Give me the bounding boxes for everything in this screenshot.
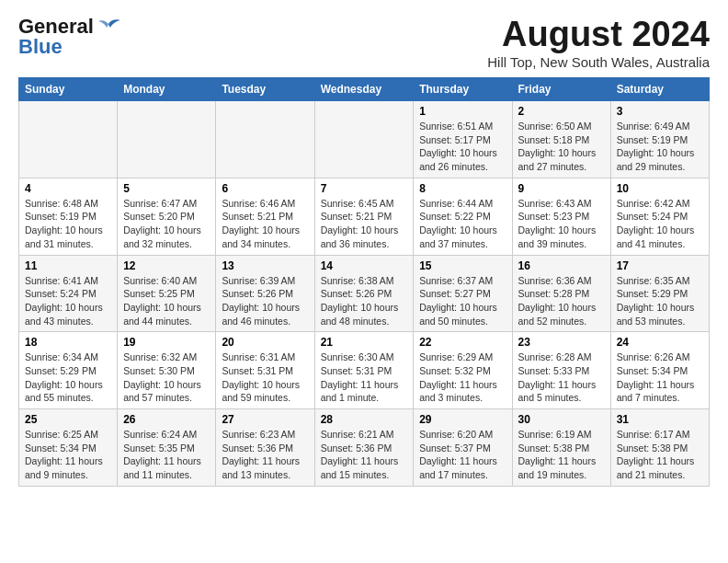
table-row: 4Sunrise: 6:48 AMSunset: 5:19 PMDaylight… <box>19 178 118 255</box>
day-number: 26 <box>123 413 210 426</box>
day-number: 13 <box>222 259 308 272</box>
table-row: 11Sunrise: 6:41 AMSunset: 5:24 PMDayligh… <box>19 255 118 332</box>
day-number: 31 <box>617 413 703 426</box>
day-info: Sunrise: 6:19 AMSunset: 5:38 PMDaylight:… <box>518 428 605 482</box>
title-section: August 2024 Hill Top, New South Wales, A… <box>487 15 710 70</box>
calendar-title: August 2024 <box>487 15 710 54</box>
day-info: Sunrise: 6:37 AMSunset: 5:27 PMDaylight:… <box>419 274 506 328</box>
logo-bird-icon <box>96 17 121 35</box>
day-number: 9 <box>518 182 605 195</box>
table-row: 9Sunrise: 6:43 AMSunset: 5:23 PMDaylight… <box>512 178 610 255</box>
day-info: Sunrise: 6:17 AMSunset: 5:38 PMDaylight:… <box>617 428 703 482</box>
header-monday: Monday <box>118 78 216 101</box>
day-number: 15 <box>419 259 506 272</box>
table-row <box>19 101 118 178</box>
day-number: 14 <box>321 259 408 272</box>
day-info: Sunrise: 6:46 AMSunset: 5:21 PMDaylight:… <box>222 197 308 251</box>
table-row: 27Sunrise: 6:23 AMSunset: 5:36 PMDayligh… <box>216 409 314 487</box>
table-row: 12Sunrise: 6:40 AMSunset: 5:25 PMDayligh… <box>118 255 216 332</box>
day-info: Sunrise: 6:26 AMSunset: 5:34 PMDaylight:… <box>617 350 703 405</box>
header-tuesday: Tuesday <box>216 78 314 101</box>
day-info: Sunrise: 6:23 AMSunset: 5:36 PMDaylight:… <box>222 428 308 482</box>
table-row: 8Sunrise: 6:44 AMSunset: 5:22 PMDaylight… <box>414 178 512 255</box>
day-info: Sunrise: 6:31 AMSunset: 5:31 PMDaylight:… <box>222 350 308 405</box>
day-info: Sunrise: 6:20 AMSunset: 5:37 PMDaylight:… <box>419 428 506 482</box>
day-info: Sunrise: 6:41 AMSunset: 5:24 PMDaylight:… <box>25 274 111 328</box>
day-info: Sunrise: 6:36 AMSunset: 5:28 PMDaylight:… <box>518 274 605 328</box>
table-row: 23Sunrise: 6:28 AMSunset: 5:33 PMDayligh… <box>512 332 610 409</box>
day-number: 2 <box>518 105 605 118</box>
day-info: Sunrise: 6:45 AMSunset: 5:21 PMDaylight:… <box>321 197 408 251</box>
day-info: Sunrise: 6:43 AMSunset: 5:23 PMDaylight:… <box>518 197 605 251</box>
day-info: Sunrise: 6:48 AMSunset: 5:19 PMDaylight:… <box>25 197 111 251</box>
day-info: Sunrise: 6:35 AMSunset: 5:29 PMDaylight:… <box>617 274 703 328</box>
table-row: 28Sunrise: 6:21 AMSunset: 5:36 PMDayligh… <box>314 409 414 487</box>
calendar-week-row: 1Sunrise: 6:51 AMSunset: 5:17 PMDaylight… <box>19 101 710 178</box>
table-row: 5Sunrise: 6:47 AMSunset: 5:20 PMDaylight… <box>118 178 216 255</box>
day-number: 29 <box>419 413 506 426</box>
table-row <box>216 101 314 178</box>
table-row: 31Sunrise: 6:17 AMSunset: 5:38 PMDayligh… <box>610 409 709 487</box>
day-number: 17 <box>617 259 703 272</box>
day-number: 3 <box>617 105 703 118</box>
table-row: 24Sunrise: 6:26 AMSunset: 5:34 PMDayligh… <box>610 332 709 409</box>
table-row: 21Sunrise: 6:30 AMSunset: 5:31 PMDayligh… <box>314 332 414 409</box>
day-number: 16 <box>518 259 605 272</box>
table-row: 16Sunrise: 6:36 AMSunset: 5:28 PMDayligh… <box>512 255 610 332</box>
table-row: 2Sunrise: 6:50 AMSunset: 5:18 PMDaylight… <box>512 101 610 178</box>
day-info: Sunrise: 6:39 AMSunset: 5:26 PMDaylight:… <box>222 274 308 328</box>
header-friday: Friday <box>512 78 610 101</box>
day-info: Sunrise: 6:38 AMSunset: 5:26 PMDaylight:… <box>321 274 408 328</box>
table-row <box>314 101 414 178</box>
day-number: 1 <box>419 105 506 118</box>
table-row: 19Sunrise: 6:32 AMSunset: 5:30 PMDayligh… <box>118 332 216 409</box>
table-row: 14Sunrise: 6:38 AMSunset: 5:26 PMDayligh… <box>314 255 414 332</box>
day-number: 22 <box>419 336 506 349</box>
day-number: 8 <box>419 182 506 195</box>
table-row: 17Sunrise: 6:35 AMSunset: 5:29 PMDayligh… <box>610 255 709 332</box>
table-row: 30Sunrise: 6:19 AMSunset: 5:38 PMDayligh… <box>512 409 610 487</box>
table-row: 25Sunrise: 6:25 AMSunset: 5:34 PMDayligh… <box>19 409 118 487</box>
day-number: 20 <box>222 336 308 349</box>
day-number: 23 <box>518 336 605 349</box>
day-number: 24 <box>617 336 703 349</box>
day-info: Sunrise: 6:49 AMSunset: 5:19 PMDaylight:… <box>617 120 703 174</box>
day-number: 18 <box>25 336 111 349</box>
day-number: 10 <box>617 182 703 195</box>
table-row: 6Sunrise: 6:46 AMSunset: 5:21 PMDaylight… <box>216 178 314 255</box>
day-info: Sunrise: 6:34 AMSunset: 5:29 PMDaylight:… <box>25 350 111 405</box>
day-number: 25 <box>25 413 111 426</box>
table-row: 10Sunrise: 6:42 AMSunset: 5:24 PMDayligh… <box>610 178 709 255</box>
calendar-week-row: 4Sunrise: 6:48 AMSunset: 5:19 PMDaylight… <box>19 178 710 255</box>
day-number: 27 <box>222 413 308 426</box>
day-info: Sunrise: 6:30 AMSunset: 5:31 PMDaylight:… <box>321 350 408 405</box>
day-info: Sunrise: 6:40 AMSunset: 5:25 PMDaylight:… <box>123 274 210 328</box>
calendar-week-row: 25Sunrise: 6:25 AMSunset: 5:34 PMDayligh… <box>19 409 710 487</box>
header-sunday: Sunday <box>19 78 118 101</box>
day-number: 11 <box>25 259 111 272</box>
table-row: 3Sunrise: 6:49 AMSunset: 5:19 PMDaylight… <box>610 101 709 178</box>
day-info: Sunrise: 6:50 AMSunset: 5:18 PMDaylight:… <box>518 120 605 174</box>
header-saturday: Saturday <box>610 78 709 101</box>
calendar-header-row: Sunday Monday Tuesday Wednesday Thursday… <box>19 78 710 101</box>
table-row: 15Sunrise: 6:37 AMSunset: 5:27 PMDayligh… <box>414 255 512 332</box>
table-row: 13Sunrise: 6:39 AMSunset: 5:26 PMDayligh… <box>216 255 314 332</box>
day-info: Sunrise: 6:21 AMSunset: 5:36 PMDaylight:… <box>321 428 408 482</box>
day-number: 6 <box>222 182 308 195</box>
day-number: 7 <box>321 182 408 195</box>
logo-blue-text: Blue <box>18 35 63 59</box>
table-row: 7Sunrise: 6:45 AMSunset: 5:21 PMDaylight… <box>314 178 414 255</box>
day-info: Sunrise: 6:47 AMSunset: 5:20 PMDaylight:… <box>123 197 210 251</box>
day-number: 5 <box>123 182 210 195</box>
table-row: 29Sunrise: 6:20 AMSunset: 5:37 PMDayligh… <box>414 409 512 487</box>
table-row: 20Sunrise: 6:31 AMSunset: 5:31 PMDayligh… <box>216 332 314 409</box>
day-info: Sunrise: 6:28 AMSunset: 5:33 PMDaylight:… <box>518 350 605 405</box>
day-number: 30 <box>518 413 605 426</box>
day-info: Sunrise: 6:29 AMSunset: 5:32 PMDaylight:… <box>419 350 506 405</box>
table-row: 26Sunrise: 6:24 AMSunset: 5:35 PMDayligh… <box>118 409 216 487</box>
calendar-week-row: 11Sunrise: 6:41 AMSunset: 5:24 PMDayligh… <box>19 255 710 332</box>
table-row: 22Sunrise: 6:29 AMSunset: 5:32 PMDayligh… <box>414 332 512 409</box>
table-row <box>118 101 216 178</box>
day-info: Sunrise: 6:51 AMSunset: 5:17 PMDaylight:… <box>419 120 506 174</box>
day-info: Sunrise: 6:24 AMSunset: 5:35 PMDaylight:… <box>123 428 210 482</box>
